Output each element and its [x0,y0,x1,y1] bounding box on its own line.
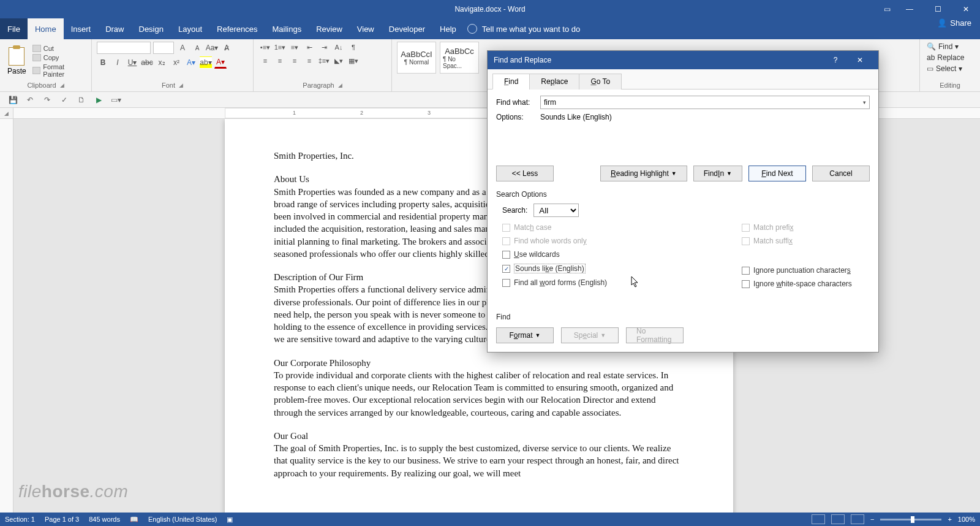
dialog-close-button[interactable]: ✕ [848,51,872,69]
zoom-in-button[interactable]: + [948,516,951,523]
numbering-button[interactable]: 1≡▾ [273,42,287,53]
superscript-button[interactable]: x² [170,56,183,69]
text-effects-button[interactable]: A▾ [185,56,197,69]
sounds-like-checkbox[interactable]: Sounds like (English) [502,264,607,273]
strikethrough-button[interactable]: abc [141,56,153,69]
tab-home[interactable]: Home [28,18,64,39]
copy-button[interactable]: Copy [32,54,86,61]
tab-help[interactable]: Help [432,18,464,39]
tab-review[interactable]: Review [309,18,350,39]
find-in-button[interactable]: Find In▼ [693,166,742,181]
align-right-button[interactable]: ≡ [288,55,301,66]
close-button[interactable]: ✕ [952,0,980,18]
align-center-button[interactable]: ≡ [273,55,287,66]
clear-formatting-button[interactable]: A̷ [221,42,233,54]
dialog-tab-replace[interactable]: Replace [529,74,579,90]
status-page[interactable]: Page 1 of 3 [45,516,79,523]
tell-me-search[interactable]: Tell me what you want to do [467,18,580,39]
minimize-button[interactable]: — [895,0,924,18]
italic-button[interactable]: I [111,56,124,69]
tab-layout[interactable]: Layout [171,18,209,39]
tab-insert[interactable]: Insert [64,18,99,39]
macro-record-icon[interactable]: ▣ [227,516,233,524]
grow-font-button[interactable]: A [176,42,189,54]
change-case-button[interactable]: Aa▾ [206,42,218,54]
dialog-tab-goto[interactable]: Go To [579,74,622,90]
clipboard-dialog-launcher[interactable]: ◢ [60,82,64,88]
tab-draw[interactable]: Draw [98,18,131,39]
find-what-input[interactable]: firm ▾ [540,96,870,109]
share-button[interactable]: 👤 Share [937,18,971,28]
chevron-down-icon[interactable]: ▾ [863,99,866,105]
zoom-level[interactable]: 100% [958,516,975,523]
font-name-combo[interactable] [97,42,151,54]
style-normal[interactable]: AaBbCcI ¶ Normal [397,42,436,74]
shading-button[interactable]: ◣▾ [332,55,345,66]
font-size-combo[interactable] [153,42,174,54]
ribbon-display-options-icon[interactable]: ▭ [880,5,894,13]
qat-box-icon[interactable]: ▭▾ [110,94,121,105]
dialog-titlebar[interactable]: Find and Replace ? ✕ [488,51,878,69]
tab-view[interactable]: View [350,18,382,39]
tab-mailings[interactable]: Mailings [265,18,309,39]
subscript-button[interactable]: x₂ [156,56,168,69]
save-icon[interactable]: 💾 [7,94,18,105]
cut-button[interactable]: Cut [32,45,86,52]
font-color-button[interactable]: A▾ [214,56,227,69]
highlight-button[interactable]: ab▾ [200,56,212,69]
paste-button[interactable]: Paste [5,46,29,77]
play-icon[interactable]: ▶ [93,94,104,105]
paragraph-dialog-launcher[interactable]: ◢ [338,82,342,88]
find-next-button[interactable]: Find Next [748,166,806,181]
tab-references[interactable]: References [209,18,265,39]
zoom-out-button[interactable]: − [870,516,874,523]
bold-button[interactable]: B [97,56,109,69]
shrink-font-button[interactable]: A [191,42,203,54]
decrease-indent-button[interactable]: ⇤ [303,42,316,53]
tab-design[interactable]: Design [132,18,171,39]
zoom-slider[interactable] [880,519,941,520]
search-direction-select[interactable]: All [533,204,579,217]
cancel-button[interactable]: Cancel [812,166,870,181]
underline-button[interactable]: U▾ [126,56,138,69]
spellcheck-icon[interactable]: 📖 [130,516,138,524]
show-marks-button[interactable]: ¶ [347,42,360,53]
find-button[interactable]: 🔍Find ▾ [925,42,975,51]
word-forms-checkbox[interactable]: Find all word forms (English) [502,278,607,287]
replace-button[interactable]: abReplace [925,53,975,63]
tab-file[interactable]: File [0,18,28,39]
dialog-tab-find[interactable]: Find [492,74,530,90]
ignore-punctuation-checkbox[interactable]: Ignore punctuation characters [742,266,852,275]
ignore-whitespace-checkbox[interactable]: Ignore white-space characters [742,280,852,288]
justify-button[interactable]: ≡ [303,55,316,66]
select-button[interactable]: ▭Select ▾ [925,64,975,74]
status-words[interactable]: 845 words [89,516,120,523]
sort-button[interactable]: A↓ [332,42,345,53]
status-section[interactable]: Section: 1 [5,516,35,523]
less-button[interactable]: << Less [496,166,554,181]
align-left-button[interactable]: ≡ [258,55,272,66]
increase-indent-button[interactable]: ⇥ [317,42,331,53]
bullets-button[interactable]: •≡▾ [258,42,272,53]
format-button[interactable]: Format▼ [496,327,554,343]
maximize-button[interactable]: ☐ [924,0,952,18]
dialog-help-button[interactable]: ? [823,51,848,69]
wildcards-checkbox[interactable]: Use wildcards [502,250,607,259]
print-layout-button[interactable] [831,514,845,524]
style-no-spacing[interactable]: AaBbCc ¶ No Spac... [440,42,479,74]
tab-developer[interactable]: Developer [382,18,432,39]
undo-icon[interactable]: ↶ [24,94,36,105]
ruler-corner[interactable]: ◢ [0,108,13,119]
multilevel-button[interactable]: ≡▾ [288,42,301,53]
status-language[interactable]: English (United States) [148,516,217,523]
format-painter-button[interactable]: Format Painter [32,63,86,78]
line-spacing-button[interactable]: ‡≡▾ [317,55,331,66]
vertical-ruler[interactable] [0,119,13,513]
new-doc-icon[interactable]: 🗋 [76,94,87,105]
read-mode-button[interactable] [812,514,825,524]
qat-check-icon[interactable]: ✓ [59,94,70,105]
borders-button[interactable]: ▦▾ [347,55,360,66]
redo-icon[interactable]: ↷ [42,94,53,105]
font-dialog-launcher[interactable]: ◢ [179,82,183,88]
reading-highlight-button[interactable]: Reading Highlight▼ [600,166,687,181]
